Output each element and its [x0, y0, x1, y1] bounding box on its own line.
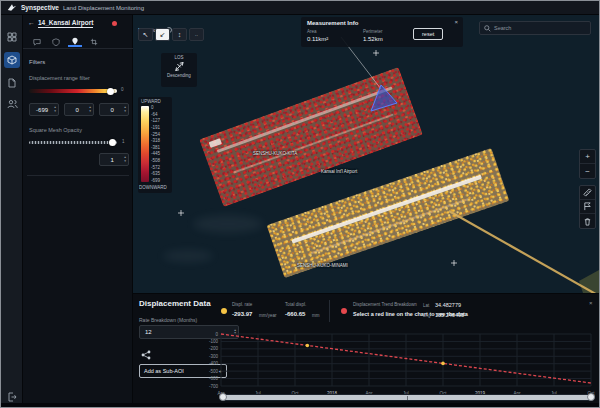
trend-label: Displacement Trend Breakdown	[353, 302, 417, 307]
legend-upward-label: UPWARD	[141, 99, 172, 104]
range-filter-label: Displacement range filter	[29, 75, 90, 81]
legend-tick-labels: 0-64-127-191-254-318-381-445-508-572-635…	[151, 105, 160, 183]
legend-tick: -572	[151, 165, 160, 170]
aoi-panel: ← 14_Kansai Airport Filters Displacement…	[23, 15, 133, 408]
search-input[interactable]: Search	[494, 25, 511, 31]
map-place-label: Kansai Int'l Airport	[321, 169, 357, 174]
aoi-tab-bar	[23, 33, 133, 49]
opacity-value-label: 1	[122, 139, 125, 144]
search-box[interactable]: Search	[479, 21, 591, 35]
tab-shield-icon[interactable]	[49, 36, 63, 47]
displ-rate-unit: mm/year	[259, 313, 277, 318]
legend-tick: -127	[151, 118, 160, 123]
bottom-strip	[1, 403, 600, 408]
range-filter-slider-knob[interactable]	[107, 88, 114, 95]
y-axis-tick: -700	[209, 384, 219, 389]
highlight-point[interactable]	[306, 344, 310, 348]
lng-label: Lng	[423, 313, 431, 318]
map-cross-markers	[178, 50, 457, 266]
measurement-info-panel: Measurement Info × Area 0.11km² Perimete…	[301, 17, 463, 47]
bridge-line	[449, 211, 600, 293]
range-max-spinner[interactable]: 0 ▴▾	[99, 103, 129, 116]
perimeter-label: Perimeter	[363, 29, 383, 34]
sites-cube-icon[interactable]	[4, 52, 20, 68]
displacement-data-panel: Displacement Data Rate Breakdown (Months…	[133, 293, 600, 403]
range-mid-spinner[interactable]: 0 ▴▾	[64, 103, 94, 116]
direction-sw-button[interactable]: ↙	[155, 28, 170, 41]
y-axis-tick: 0	[215, 332, 218, 337]
range-handle-right[interactable]	[587, 393, 595, 401]
perimeter-value: 1.52km	[363, 36, 383, 42]
legend-color-bar	[141, 106, 149, 182]
los-indicator: LOS Descending	[161, 53, 197, 87]
rate-breakdown-label: Rate Breakdown (Months)	[139, 317, 197, 323]
area-label: Area	[307, 29, 317, 34]
chart-range-slider[interactable]	[219, 394, 595, 401]
share-icon[interactable]	[141, 350, 151, 360]
map-canvas[interactable]: SENSHU-KUKO-KITA Kansai Int'l Airport SE…	[133, 15, 600, 293]
close-icon[interactable]: ×	[454, 19, 458, 25]
displacement-chart[interactable]: 0-100-200-300-400-500-600-700AprJulOct20…	[199, 326, 599, 400]
opacity-label: Square Mesh Opacity	[29, 127, 82, 133]
lat-label: Lat	[423, 303, 429, 308]
y-axis-tick: -600	[209, 376, 219, 381]
highlight-point[interactable]	[441, 362, 445, 366]
users-icon[interactable]	[4, 96, 20, 112]
zoom-out-button[interactable]: −	[580, 164, 595, 178]
legend-tick: -64	[151, 112, 160, 117]
y-axis-tick: -100	[209, 339, 219, 344]
opacity-slider[interactable]	[29, 141, 117, 144]
range-center-notch	[407, 396, 408, 400]
polygon-flag-icon[interactable]	[580, 200, 595, 214]
opacity-slider-knob[interactable]	[109, 139, 116, 146]
tab-pin-icon[interactable]	[68, 36, 82, 47]
trash-icon[interactable]	[580, 214, 595, 228]
close-panel-icon[interactable]: ×	[589, 300, 593, 306]
opacity-spinner[interactable]: 1 ▴▾	[99, 153, 129, 166]
live-status-dot	[112, 21, 117, 26]
zoom-in-button[interactable]: +	[580, 150, 595, 164]
displ-rate-value: -293.97	[232, 311, 252, 317]
brand-name: Synspective	[21, 4, 59, 11]
map-decor-layer	[133, 15, 600, 293]
legend-tick: -191	[151, 125, 160, 130]
map-place-label: SENSHU-KUKO-MINAMI	[297, 263, 348, 268]
stats-divider	[329, 300, 330, 322]
legend-tick: -318	[151, 138, 160, 143]
total-displ-unit: mm	[312, 313, 320, 318]
los-mode-label: Descending	[161, 73, 197, 78]
range-filter-slider[interactable]	[29, 89, 117, 93]
direction-dots-button[interactable]: ∙∙	[189, 28, 204, 41]
range-handle-left[interactable]	[219, 393, 227, 401]
report-icon[interactable]	[4, 75, 20, 91]
reset-button[interactable]: reset	[413, 28, 443, 40]
tab-comment-icon[interactable]	[30, 36, 44, 47]
trend-series-dot	[341, 308, 347, 314]
direction-vertical-button[interactable]: ↕	[172, 28, 187, 41]
displacement-legend: UPWARD 0-64-127-191-254-318-381-445-508-…	[138, 97, 172, 193]
app-window: Synspective Land Displacement Monitoring…	[0, 0, 600, 408]
legend-tick: 0	[151, 105, 160, 110]
ruler-icon[interactable]	[580, 186, 595, 200]
direction-nw-button[interactable]: ↖	[138, 28, 153, 41]
back-button[interactable]: ←	[28, 19, 35, 26]
y-axis-tick: -300	[209, 354, 219, 359]
legend-tick: -445	[151, 151, 160, 156]
y-axis-tick: -500	[209, 369, 219, 374]
legend-tick: -699	[151, 178, 160, 183]
lat-value: 34.482779	[435, 302, 461, 308]
displ-rate-label: Displ. rate	[232, 302, 252, 307]
map-place-label: SENSHU-KUKO-KITA	[253, 151, 297, 156]
area-value: 0.11km²	[307, 36, 328, 42]
legend-tick: -381	[151, 145, 160, 150]
panel-divider	[27, 175, 129, 176]
top-bar: Synspective Land Displacement Monitoring	[1, 1, 600, 15]
range-min-spinner[interactable]: -699 ▴▾	[29, 103, 59, 116]
direction-control: Direction i ↖ ↙ ↕ ∙∙	[138, 18, 172, 36]
aoi-title: 14_Kansai Airport	[38, 19, 93, 28]
los-label: LOS	[161, 55, 197, 60]
dashboard-icon[interactable]	[4, 29, 20, 45]
range-max-label: 0	[121, 87, 124, 92]
total-displ-value: -660.65	[285, 311, 305, 317]
tab-crop-icon[interactable]	[87, 36, 101, 47]
